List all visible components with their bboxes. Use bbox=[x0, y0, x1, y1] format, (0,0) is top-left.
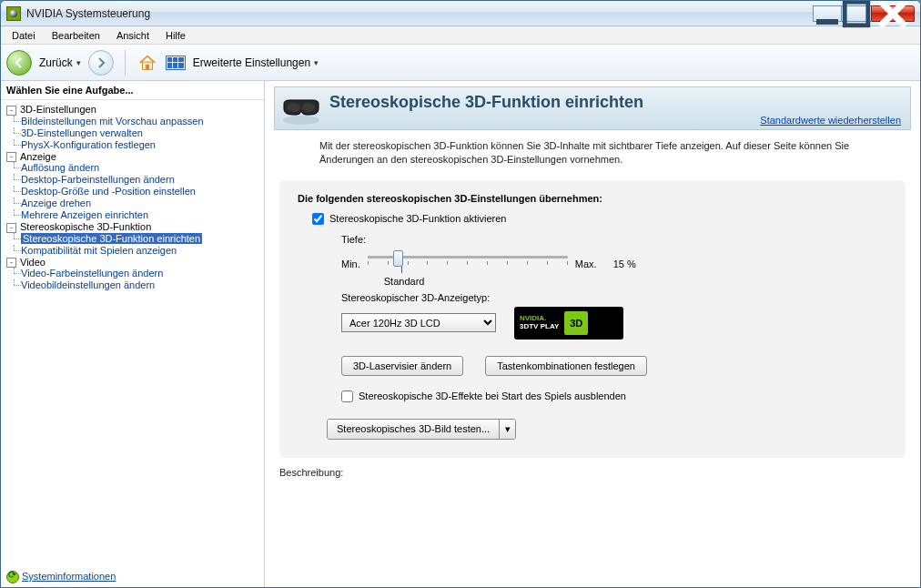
svg-point-5 bbox=[288, 103, 300, 112]
page-intro: Mit der stereoskopischen 3D-Funktion kön… bbox=[265, 130, 920, 177]
depth-min-label: Min. bbox=[341, 259, 360, 269]
nvidia-3dtv-badge: NVIDIA. 3DTV PLAY 3D bbox=[514, 307, 623, 340]
page-banner: Stereoskopische 3D-Funktion einrichten S… bbox=[274, 86, 911, 130]
window-title: NVIDIA Systemsteuerung bbox=[26, 7, 813, 20]
set-shortcuts-button[interactable]: Tastenkombinationen festlegen bbox=[485, 356, 647, 376]
menubar: Datei Bearbeiten Ansicht Hilfe bbox=[1, 26, 920, 45]
menu-help[interactable]: Hilfe bbox=[158, 28, 193, 43]
description-label: Beschreibung: bbox=[279, 467, 920, 478]
enable-3d-checkbox[interactable] bbox=[312, 213, 324, 225]
sysinfo-link[interactable]: Systeminformationen bbox=[22, 571, 116, 582]
depth-standard-label: Standard bbox=[384, 276, 425, 287]
home-button[interactable] bbox=[137, 52, 158, 74]
titlebar[interactable]: NVIDIA Systemsteuerung bbox=[1, 1, 920, 26]
menu-view[interactable]: Ansicht bbox=[109, 28, 157, 43]
tree-toggle[interactable]: - bbox=[6, 258, 16, 268]
depth-label: Tiefe: bbox=[341, 234, 887, 245]
menu-file[interactable]: Datei bbox=[5, 28, 43, 43]
maximize-button[interactable] bbox=[842, 5, 871, 22]
back-button[interactable] bbox=[6, 50, 32, 76]
depth-max-label: Max. bbox=[575, 259, 597, 269]
svg-rect-0 bbox=[816, 19, 838, 25]
hide-effects-checkbox[interactable] bbox=[341, 390, 353, 402]
sidebar-header: Wählen Sie eine Aufgabe... bbox=[1, 81, 264, 100]
depth-value: 15 % bbox=[613, 259, 636, 269]
tree-item[interactable]: PhysX-Konfiguration festlegen bbox=[21, 139, 156, 150]
app-window: NVIDIA Systemsteuerung Datei Bearbeiten … bbox=[0, 0, 921, 588]
hide-effects-label: Stereoskopische 3D-Effekte bei Start des… bbox=[359, 390, 626, 401]
tree-category: Anzeige bbox=[20, 151, 56, 162]
tree-item[interactable]: Stereoskopische 3D-Funktion einrichten bbox=[21, 233, 202, 244]
display-type-select[interactable]: Acer 120Hz 3D LCD bbox=[341, 313, 496, 332]
tree-category: Stereoskopische 3D-Funktion bbox=[20, 221, 151, 232]
menu-edit[interactable]: Bearbeiten bbox=[45, 28, 107, 43]
sysinfo-icon bbox=[6, 571, 19, 583]
sysinfo-link-wrap: Systeminformationen bbox=[6, 571, 116, 583]
tree-item[interactable]: Desktop-Farbeinstellungen ändern bbox=[21, 174, 175, 185]
advanced-settings-dropdown[interactable]: Erweiterte Einstellungen bbox=[193, 56, 319, 69]
tree-toggle[interactable]: - bbox=[6, 152, 16, 162]
back-label[interactable]: Zurück bbox=[39, 56, 81, 69]
main-panel[interactable]: Stereoskopische 3D-Funktion einrichten S… bbox=[265, 81, 920, 588]
toolbar: Zurück Erweiterte Einstellungen bbox=[1, 45, 920, 81]
settings-group: Die folgenden stereoskopischen 3D-Einste… bbox=[279, 180, 906, 458]
depth-slider[interactable]: Standard bbox=[368, 250, 568, 278]
change-laser-button[interactable]: 3D-Laservisier ändern bbox=[341, 356, 463, 376]
tree-item[interactable]: Video-Farbeinstellungen ändern bbox=[21, 268, 163, 279]
tree-item[interactable]: Desktop-Größe und -Position einstellen bbox=[21, 186, 196, 197]
restore-defaults-link[interactable]: Standardwerte wiederherstellen bbox=[760, 115, 901, 126]
page-title: Stereoskopische 3D-Funktion einrichten bbox=[329, 93, 903, 112]
tree-toggle[interactable]: - bbox=[6, 223, 16, 233]
task-sidebar: Wählen Sie eine Aufgabe... -3D-Einstellu… bbox=[1, 81, 265, 588]
forward-button[interactable] bbox=[88, 50, 114, 76]
tree-item[interactable]: Videobildeinstellungen ändern bbox=[21, 279, 155, 290]
test-3d-dropdown[interactable]: ▾ bbox=[499, 420, 515, 439]
svg-rect-1 bbox=[845, 2, 868, 25]
tree-item[interactable]: 3D-Einstellungen verwalten bbox=[21, 127, 143, 138]
svg-point-4 bbox=[283, 116, 319, 125]
separator bbox=[125, 50, 126, 76]
view-grid-button[interactable] bbox=[166, 56, 186, 70]
tree-item[interactable]: Kompatibilität mit Spielen anzeigen bbox=[21, 245, 177, 256]
svg-point-6 bbox=[302, 103, 315, 112]
tree-item[interactable]: Auflösung ändern bbox=[21, 162, 99, 173]
tree-category: Video bbox=[20, 257, 46, 268]
minimize-button[interactable] bbox=[813, 5, 842, 22]
test-3d-button[interactable]: Stereoskopisches 3D-Bild testen... bbox=[328, 420, 499, 439]
glasses-3d-icon bbox=[280, 89, 322, 127]
enable-3d-label: Stereoskopische 3D-Funktion aktivieren bbox=[329, 213, 506, 224]
tree-item[interactable]: Bildeinstellungen mit Vorschau anpassen bbox=[21, 116, 204, 127]
task-tree: -3D-EinstellungenBildeinstellungen mit V… bbox=[1, 100, 264, 290]
display-type-label: Stereoskopischer 3D-Anzeigetyp: bbox=[341, 292, 887, 303]
apply-header: Die folgenden stereoskopischen 3D-Einste… bbox=[298, 193, 887, 204]
nvidia-icon bbox=[6, 6, 21, 21]
svg-rect-3 bbox=[146, 64, 149, 69]
close-button[interactable] bbox=[871, 5, 915, 22]
tree-toggle[interactable]: - bbox=[6, 106, 16, 116]
test-3d-splitbutton[interactable]: Stereoskopisches 3D-Bild testen... ▾ bbox=[327, 419, 516, 440]
tree-item[interactable]: Anzeige drehen bbox=[21, 198, 91, 208]
tree-category: 3D-Einstellungen bbox=[20, 104, 96, 115]
tree-item[interactable]: Mehrere Anzeigen einrichten bbox=[21, 209, 148, 220]
depth-slider-thumb[interactable] bbox=[393, 250, 403, 267]
